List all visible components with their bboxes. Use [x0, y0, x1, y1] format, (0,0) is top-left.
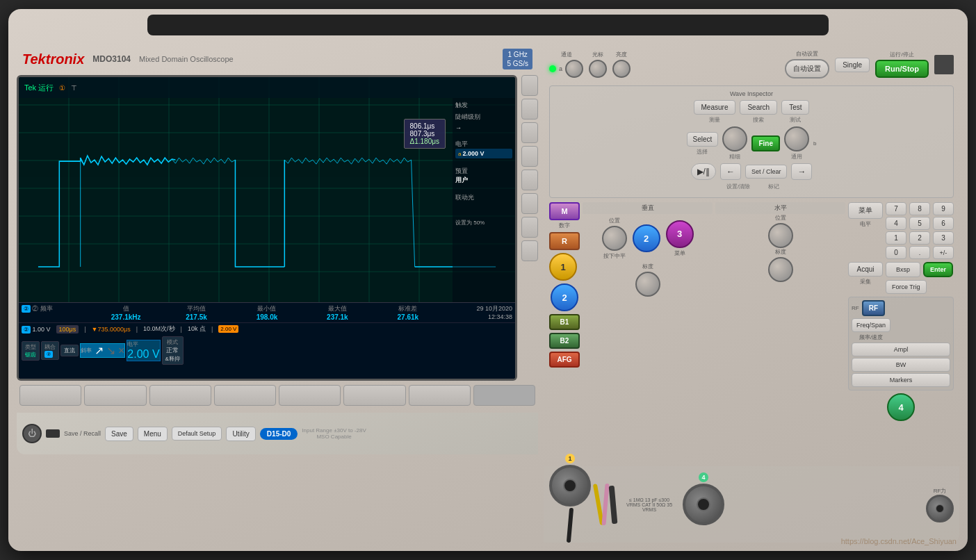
points: 10k 点: [188, 324, 206, 333]
pink-cable: [601, 484, 609, 525]
set-clear-button[interactable]: Set / Clear: [745, 165, 788, 179]
play-pause-button[interactable]: ▶/‖: [691, 163, 716, 180]
nav-btn-1[interactable]: [521, 75, 538, 96]
brightness-knob[interactable]: [612, 60, 631, 78]
ch4-button[interactable]: 4: [887, 393, 915, 421]
num1[interactable]: 1: [886, 231, 906, 245]
refine-knob[interactable]: [722, 126, 747, 151]
num6[interactable]: 6: [933, 217, 954, 230]
bxsp-button[interactable]: Bxsp: [886, 262, 920, 277]
afg-button[interactable]: AFG: [549, 352, 580, 368]
timebase-row: ② 1.00 V 100μs | ▼735.0000μs | 10.0M次/秒 …: [19, 323, 515, 335]
ch2-scale: 2.00 V: [218, 325, 238, 333]
soft-key-3[interactable]: [149, 385, 211, 406]
m-sublabel: 数字: [559, 222, 570, 229]
fine-button[interactable]: Fine: [751, 135, 780, 151]
arrow-left-button[interactable]: ←: [720, 163, 741, 180]
power-button[interactable]: ⏻: [22, 424, 42, 443]
num5[interactable]: 5: [909, 217, 930, 230]
brightness-label: 亮度: [616, 51, 627, 58]
soft-key-2[interactable]: [84, 385, 146, 406]
autoset-button[interactable]: 自动设置: [785, 59, 829, 79]
ampl-button[interactable]: Ampl: [852, 343, 950, 356]
cursor-knob[interactable]: [589, 60, 607, 78]
num4[interactable]: 4: [886, 217, 906, 230]
soft-key-1[interactable]: [19, 385, 81, 406]
tooltip-t1: 806.1μs: [410, 122, 439, 130]
rf-button[interactable]: RF: [862, 300, 885, 316]
nav-btn-2[interactable]: [521, 99, 538, 120]
slope-label: 陡峭级别: [455, 113, 512, 122]
ch4-bnc[interactable]: [683, 484, 724, 525]
menu-button[interactable]: Menu: [138, 427, 168, 441]
ch1-button[interactable]: 1: [549, 253, 577, 281]
m-button[interactable]: M: [549, 202, 580, 220]
single-button[interactable]: Single: [835, 58, 870, 72]
nav-btn-3[interactable]: [521, 122, 538, 143]
wi-sublabels: 设置/清除 标记: [554, 183, 949, 190]
h-scale-knob[interactable]: [768, 257, 793, 282]
save-button[interactable]: Save: [105, 427, 133, 441]
force-trig-button[interactable]: Force Trig: [886, 280, 927, 294]
general-knob-group: 通用: [784, 126, 809, 160]
arrow-right-button[interactable]: →: [791, 163, 812, 180]
num7[interactable]: 7: [886, 202, 906, 215]
dot-btn[interactable]: .: [909, 246, 930, 259]
num2[interactable]: 2: [909, 231, 930, 245]
num3[interactable]: 3: [933, 231, 954, 245]
v-position-knob[interactable]: [602, 226, 627, 251]
output-slot: [934, 55, 954, 74]
b1-button[interactable]: B1: [549, 314, 580, 330]
select-button[interactable]: Select: [687, 132, 719, 147]
v-position-group: 位置 按下中平: [602, 217, 627, 260]
pm-btn[interactable]: +/-: [933, 246, 954, 259]
utility-button[interactable]: Utility: [226, 427, 255, 441]
ch1-bnc[interactable]: [549, 465, 591, 507]
default-setup-button[interactable]: Default Setup: [172, 427, 222, 440]
nav-btn-4[interactable]: [521, 146, 538, 167]
search-button[interactable]: Search: [740, 100, 777, 115]
rf-bnc[interactable]: [926, 495, 954, 522]
test-button[interactable]: Test: [781, 100, 809, 115]
num8[interactable]: 8: [909, 202, 930, 215]
type-setting[interactable]: 类型 锯齿: [22, 341, 40, 361]
r-button[interactable]: R: [549, 232, 580, 250]
run-stop-button[interactable]: Run/Stop: [875, 60, 929, 78]
cursor-tooltip: 806.1μs 807.3μs Δ1.180μs: [404, 119, 446, 149]
nav-btn-6[interactable]: [521, 193, 538, 214]
nav-btn-7[interactable]: [521, 217, 538, 238]
ch2-vert-button[interactable]: 2: [633, 224, 660, 252]
ch3-button[interactable]: 3: [666, 220, 694, 248]
level-setting[interactable]: 电平 2.00 V: [127, 340, 160, 361]
acquire-button[interactable]: Acqui: [848, 262, 883, 277]
channel-knob[interactable]: [565, 60, 583, 78]
soft-key-4[interactable]: [214, 385, 276, 406]
enter-button[interactable]: Enter: [923, 262, 953, 277]
soft-key-7[interactable]: [409, 385, 471, 406]
ch2-button[interactable]: 2: [551, 283, 578, 311]
bw-button[interactable]: BW: [852, 358, 950, 372]
markers-button[interactable]: Markers: [852, 373, 950, 387]
v-scale-knob[interactable]: [635, 272, 660, 297]
menu-main-button[interactable]: 菜单: [848, 202, 883, 219]
soft-key-5[interactable]: [279, 385, 341, 406]
wi-select-row: Select 选择 精细 Fine 通用 b: [554, 126, 949, 160]
freq-span-button[interactable]: Freq/Span: [852, 318, 890, 332]
h-position-knob[interactable]: [768, 223, 793, 248]
ch4-connector-group: 4: [683, 484, 724, 525]
soft-key-6[interactable]: [343, 385, 405, 406]
ch-setting[interactable]: 耦合 ②: [41, 341, 59, 360]
nav-btn-8[interactable]: [521, 240, 538, 261]
num9[interactable]: 9: [933, 202, 954, 215]
measure-button[interactable]: Measure: [694, 100, 736, 115]
nav-btn-5[interactable]: [521, 170, 538, 190]
v-scale-group: 标度: [583, 263, 713, 297]
meas-std-col: 标准差 27.61k: [374, 304, 441, 321]
num0[interactable]: 0: [886, 246, 906, 259]
menu-off-softkey[interactable]: [473, 385, 535, 406]
coupling-setting[interactable]: 直流: [60, 345, 79, 356]
slope-setting[interactable]: 斜率 ↗ ↘ ×: [80, 343, 125, 358]
b2-button[interactable]: B2: [549, 333, 580, 349]
mode-setting[interactable]: 模式 正常 &释抑: [162, 336, 184, 365]
general-knob[interactable]: [784, 126, 809, 151]
